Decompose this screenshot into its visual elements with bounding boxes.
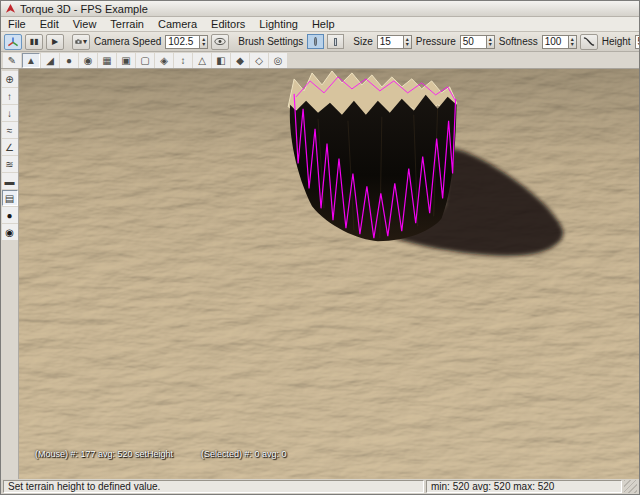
- camera-speed-stepper: 102.5 ▴▾: [165, 35, 208, 49]
- brush-pressure-stepper: 50 ▴▾: [460, 35, 495, 49]
- set-height-tool[interactable]: ▤: [2, 190, 18, 206]
- object-editor-icon[interactable]: ✎: [3, 53, 21, 68]
- brush-pressure-label: Pressure: [415, 36, 457, 47]
- height-range-readout: min: 520 avg: 520 max: 520: [426, 480, 622, 493]
- status-message: Set terrain height to defined value.: [3, 480, 424, 493]
- resize-grip[interactable]: [624, 480, 637, 493]
- terrain-viewport[interactable]: (Mouse) #: 177 avg: 520 setHeight (Selec…: [19, 69, 639, 479]
- material-editor-icon[interactable]: ●: [60, 53, 78, 68]
- brush-pressure-input[interactable]: 50: [460, 35, 486, 49]
- forest-editor-icon[interactable]: ▢: [136, 53, 154, 68]
- camera-menu-button[interactable]: ▾: [72, 34, 90, 50]
- menu-edit[interactable]: Edit: [33, 17, 66, 32]
- terrain-editor-icon[interactable]: ▲: [22, 53, 40, 68]
- brush-size-input[interactable]: 15: [377, 35, 403, 49]
- brush-softness-spinner[interactable]: ▴▾: [568, 35, 577, 49]
- world-editor-button[interactable]: [4, 34, 22, 50]
- play-button[interactable]: ▶: [46, 34, 64, 50]
- menu-editors[interactable]: Editors: [204, 17, 252, 32]
- brush-softness-input[interactable]: 100: [542, 35, 568, 49]
- mesh-road-editor-icon[interactable]: ◈: [155, 53, 173, 68]
- brush-softness-label: Softness: [498, 36, 539, 47]
- camera-speed-label: Camera Speed: [93, 36, 162, 47]
- menu-help[interactable]: Help: [305, 17, 342, 32]
- brush-size-spinner[interactable]: ▴▾: [403, 35, 412, 49]
- camera-menu-caret-icon: ▾: [83, 37, 87, 46]
- brush-pressure-spinner[interactable]: ▴▾: [486, 35, 495, 49]
- particle-editor-icon[interactable]: △: [193, 53, 211, 68]
- smooth-tool[interactable]: ≈: [2, 122, 18, 138]
- road-editor-icon[interactable]: ◆: [231, 53, 249, 68]
- terrain-tool-sidebar: ⊕ ↑ ↓ ≈ ∠ ≋ ▬ ▤ ● ◉: [1, 69, 19, 479]
- menu-file[interactable]: File: [1, 17, 33, 32]
- editor-palette: ✎ ▲ ◢ ● ◉ ▦ ▣ ▢ ◈ ↕ △ ◧ ◆ ◇ ◎: [1, 52, 639, 69]
- raise-height-tool[interactable]: ↑: [2, 88, 18, 104]
- datablock-editor-icon[interactable]: ▦: [98, 53, 116, 68]
- height-input[interactable]: 520: [635, 35, 640, 49]
- falloff-curve-button[interactable]: [580, 34, 598, 50]
- brush-size-stepper: 15 ▴▾: [377, 35, 412, 49]
- window-title: Torque 3D - FPS Example: [20, 3, 148, 15]
- app-window: Torque 3D - FPS Example File Edit View T…: [0, 0, 640, 495]
- terrain-painter-icon[interactable]: ◢: [41, 53, 59, 68]
- round-brush-button[interactable]: [307, 34, 324, 49]
- height-label: Height: [601, 36, 632, 47]
- axis-gizmo-icon: [7, 36, 19, 48]
- visibility-button[interactable]: [211, 34, 229, 50]
- statusbar: Set terrain height to defined value. min…: [1, 479, 639, 494]
- mission-area-editor-icon[interactable]: ↕: [174, 53, 192, 68]
- lower-height-tool[interactable]: ↓: [2, 105, 18, 121]
- brush-size-label: Size: [352, 36, 373, 47]
- camera-speed-spinner[interactable]: ▴▾: [199, 35, 208, 49]
- flatten-tool[interactable]: ▬: [2, 173, 18, 189]
- torque-logo-icon: [5, 3, 16, 14]
- square-brush-icon: [334, 38, 337, 46]
- paint-noise-tool[interactable]: ≋: [2, 156, 18, 172]
- square-brush-button[interactable]: [327, 34, 344, 49]
- brush-softness-stepper: 100 ▴▾: [542, 35, 577, 49]
- brush-settings-label: Brush Settings: [237, 36, 304, 47]
- menu-camera[interactable]: Camera: [151, 17, 204, 32]
- camera-speed-input[interactable]: 102.5: [165, 35, 199, 49]
- titlebar[interactable]: Torque 3D - FPS Example: [1, 1, 639, 17]
- falloff-curve-icon: [583, 36, 595, 47]
- terrain-scene: [19, 69, 639, 479]
- clear-terrain-tool[interactable]: ●: [2, 207, 18, 223]
- play-icon: ▶: [52, 37, 58, 46]
- round-brush-icon: [314, 37, 317, 46]
- menu-lighting[interactable]: Lighting: [252, 17, 305, 32]
- decal-editor-icon[interactable]: ▣: [117, 53, 135, 68]
- editor-body: ⊕ ↑ ↓ ≈ ∠ ≋ ▬ ▤ ● ◉: [1, 69, 639, 479]
- menu-terrain[interactable]: Terrain: [103, 17, 151, 32]
- main-toolbar: ▮▮ ▶ ▾ Camera Speed 102.5 ▴▾ Brush Setti: [1, 32, 639, 52]
- height-stepper: 520 ▴▾: [635, 35, 640, 49]
- navigation-editor-icon[interactable]: ◎: [269, 53, 287, 68]
- grab-terrain-tool[interactable]: ⊕: [2, 71, 18, 87]
- restore-terrain-tool[interactable]: ◉: [2, 224, 18, 240]
- menu-view[interactable]: View: [66, 17, 104, 32]
- camera-icon: [75, 37, 82, 46]
- pause-icon: ▮▮: [30, 37, 39, 46]
- smooth-slope-tool[interactable]: ∠: [2, 139, 18, 155]
- sketch-tool-icon[interactable]: ◉: [79, 53, 97, 68]
- menubar: File Edit View Terrain Camera Editors Li…: [1, 17, 639, 32]
- river-editor-icon[interactable]: ◧: [212, 53, 230, 68]
- pause-button[interactable]: ▮▮: [25, 34, 43, 50]
- eye-icon: [214, 37, 226, 46]
- shape-editor-icon[interactable]: ◇: [250, 53, 268, 68]
